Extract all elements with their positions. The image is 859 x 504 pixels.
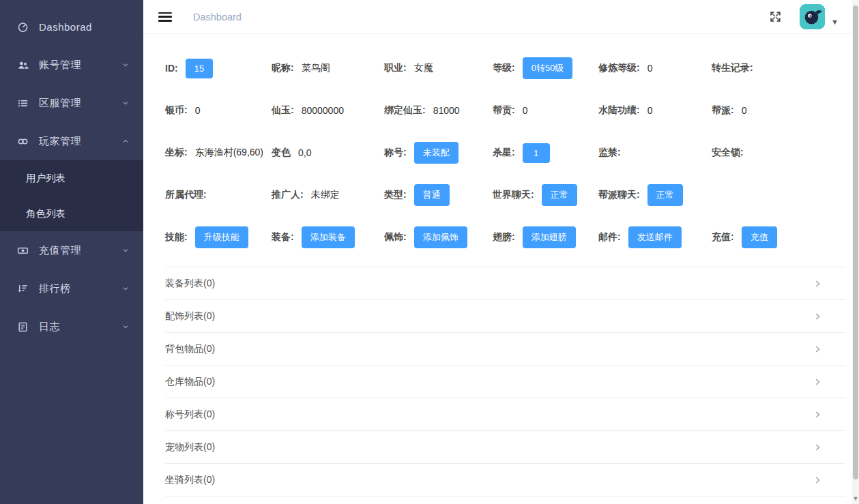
app: Dashborad 账号管理 区服管理 玩家管理 [0, 0, 859, 504]
field-jade: 仙玉: 80000000 [272, 104, 384, 117]
sidebar-subitem-user-list[interactable]: 用户列表 [0, 160, 143, 196]
list-row-label: 仓库物品(0) [165, 376, 215, 388]
world-chat-button[interactable]: 正常 [542, 184, 577, 206]
field-label: 变色 [272, 147, 291, 159]
field-label: 翅膀: [493, 231, 515, 243]
chevron-right-icon [813, 410, 822, 419]
sidebar-item-dashboard[interactable]: Dashborad [0, 8, 143, 46]
field-color-change: 变色 0,0 [272, 147, 384, 159]
field-label: 监禁: [598, 147, 621, 159]
field-recharge: 充值: 充值 [712, 226, 859, 248]
scrollbar-down-arrow-icon[interactable]: ▼ [852, 495, 859, 502]
field-value: 0,0 [298, 147, 311, 158]
field-cultivation-level: 修炼等级: 0 [598, 62, 712, 74]
field-label: 杀星: [493, 147, 515, 159]
field-value: 0 [647, 105, 653, 116]
field-label: 充值: [712, 231, 734, 243]
add-accessory-button[interactable]: 添加佩饰 [414, 226, 467, 248]
sidebar-item-label: 账号管理 [39, 59, 121, 72]
sidebar-item-label: Dashborad [39, 21, 130, 33]
row-mount-list[interactable]: 坐骑列表(0) [165, 464, 845, 496]
hamburger-menu-icon[interactable] [158, 12, 172, 22]
title-button[interactable]: 未装配 [414, 142, 458, 164]
field-value: 80000000 [302, 105, 344, 116]
chevron-down-icon [121, 99, 130, 107]
main-area: Dashboard ▼ ID: 15 昵称: 菜鸟阁 [143, 0, 859, 504]
field-label: ID: [165, 63, 178, 74]
sidebar: Dashborad 账号管理 区服管理 玩家管理 [0, 0, 143, 504]
breadcrumb[interactable]: Dashboard [193, 12, 242, 23]
kill-star-button[interactable]: 1 [523, 143, 550, 163]
row-bag-items[interactable]: 背包物品(0) [165, 333, 845, 366]
topbar-right: ▼ [769, 4, 839, 29]
type-button[interactable]: 普通 [414, 184, 450, 206]
level-button[interactable]: 0转50级 [523, 57, 573, 79]
sidebar-item-account[interactable]: 账号管理 [0, 46, 143, 84]
field-kill-star: 杀星: 1 [493, 143, 598, 163]
chevron-right-icon [813, 475, 822, 485]
recharge-button[interactable]: 充值 [742, 226, 777, 248]
chevron-down-icon [121, 323, 130, 331]
field-type: 类型: 普通 [384, 184, 493, 206]
sidebar-subitem-role-list[interactable]: 角色列表 [0, 196, 143, 231]
fullscreen-icon[interactable] [769, 10, 782, 23]
scrollbar-thumb[interactable] [853, 5, 858, 479]
detail-row: 技能: 升级技能 装备: 添加装备 佩饰: 添加佩饰 翅膀: 添加翅膀 邮件: [165, 216, 859, 258]
field-value: 0 [195, 105, 201, 116]
list-row-label: 称号列表(0) [165, 409, 215, 421]
field-merit: 水陆功绩: 0 [598, 104, 712, 117]
row-warehouse-items[interactable]: 仓库物品(0) [165, 366, 845, 398]
field-security-lock: 安全锁: [712, 147, 859, 159]
field-world-chat: 世界聊天: 正常 [493, 184, 598, 206]
row-equipment-list[interactable]: 装备列表(0) [165, 267, 845, 300]
field-value: 菜鸟阁 [302, 62, 330, 74]
field-value: 81000 [433, 105, 460, 116]
dashboard-icon [17, 21, 29, 33]
sidebar-item-player[interactable]: 玩家管理 [0, 122, 143, 160]
detail-row: 坐标: 东海渔村(69,60) 变色 0,0 称号: 未装配 杀星: 1 监禁: [165, 132, 859, 174]
list-row-label: 背包物品(0) [165, 343, 215, 355]
row-title-list[interactable]: 称号列表(0) [165, 398, 845, 431]
send-mail-button[interactable]: 发送邮件 [628, 226, 682, 248]
id-button[interactable]: 15 [186, 59, 213, 78]
sidebar-item-label: 排行榜 [39, 282, 121, 295]
row-accessory-list[interactable]: 配饰列表(0) [165, 300, 845, 333]
sidebar-item-recharge[interactable]: 充值管理 [0, 231, 143, 269]
sidebar-item-log[interactable]: 日志 [0, 308, 143, 346]
avatar[interactable] [800, 4, 825, 29]
field-silver: 银币: 0 [165, 104, 272, 117]
field-value: 未绑定 [311, 189, 340, 201]
upgrade-skill-button[interactable]: 升级技能 [195, 226, 248, 248]
list-row-label: 装备列表(0) [165, 278, 215, 290]
field-label: 银币: [165, 104, 188, 117]
chevron-right-icon [813, 279, 822, 288]
field-nickname: 昵称: 菜鸟阁 [272, 62, 384, 74]
field-class: 职业: 女魔 [384, 62, 493, 74]
money-icon [17, 245, 29, 256]
field-label: 所属代理: [165, 189, 207, 201]
field-guild: 帮派: 0 [712, 104, 859, 117]
add-wing-button[interactable]: 添加翅膀 [523, 226, 576, 248]
list-row-label: 坐骑列表(0) [165, 474, 215, 486]
guild-chat-button[interactable]: 正常 [647, 184, 683, 206]
field-bound-jade: 绑定仙玉: 81000 [384, 104, 493, 117]
caret-down-icon[interactable]: ▼ [831, 18, 839, 26]
sidebar-item-ranking[interactable]: 排行榜 [0, 269, 143, 308]
collapsible-lists: 装备列表(0) 配饰列表(0) 背包物品(0) 仓库物品(0) 称号列表(0) … [165, 267, 845, 496]
topbar: Dashboard ▼ [143, 0, 859, 34]
field-title: 称号: 未装配 [384, 142, 493, 164]
chevron-right-icon [813, 443, 822, 452]
field-value: 女魔 [414, 62, 433, 74]
field-label: 帮派: [712, 104, 734, 117]
field-label: 技能: [165, 231, 188, 243]
field-label: 称号: [384, 147, 407, 159]
field-label: 推广人: [272, 189, 304, 201]
field-coordinates: 坐标: 东海渔村(69,60) [165, 147, 272, 159]
field-label: 等级: [493, 62, 515, 74]
add-equipment-button[interactable]: 添加装备 [302, 226, 355, 248]
sidebar-item-server[interactable]: 区服管理 [0, 84, 143, 122]
field-imprisonment: 监禁: [598, 147, 712, 159]
sidebar-item-label: 充值管理 [39, 244, 121, 257]
row-pet-list[interactable]: 宠物列表(0) [165, 431, 845, 464]
sort-icon [17, 283, 29, 295]
